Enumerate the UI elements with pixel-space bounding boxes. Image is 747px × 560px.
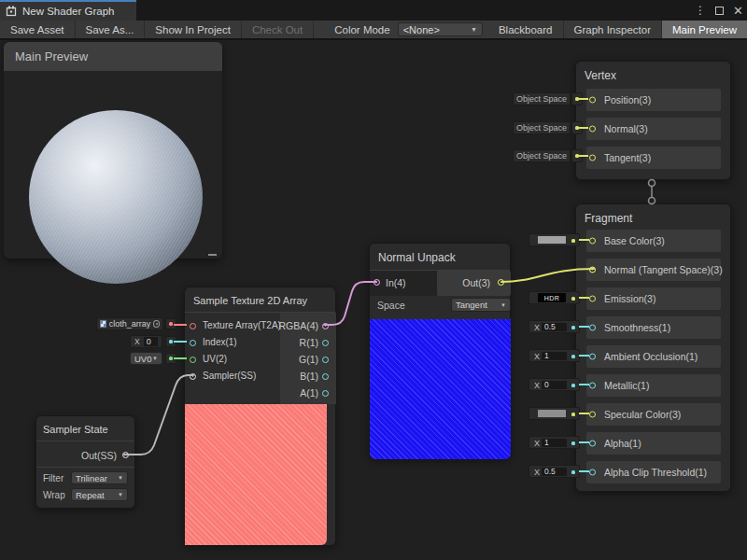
float-input[interactable]: 0 <box>144 337 158 346</box>
color-swatch[interactable] <box>538 236 566 244</box>
chevron-down-icon: ▼ <box>118 475 123 481</box>
uv-channel-dropdown[interactable]: UV0 ▼ <box>130 352 162 365</box>
float-input[interactable]: 1 <box>542 352 567 360</box>
texture-array-asset-field[interactable]: cloth_array <box>96 317 163 330</box>
hdr-color-swatch[interactable]: HDR <box>538 293 566 302</box>
port-uv[interactable] <box>190 357 196 363</box>
alpha-clip-threshold-default-widget[interactable]: X 0.5 <box>529 465 580 478</box>
port-a[interactable] <box>322 390 329 397</box>
show-in-project-button[interactable]: Show In Project <box>145 21 242 38</box>
base-color-default-widget[interactable] <box>529 233 580 246</box>
connector-dot <box>575 154 579 158</box>
port-g[interactable] <box>322 357 329 363</box>
node-preview-texture <box>185 404 327 545</box>
slot-metallic: Metallic(1) <box>586 374 721 397</box>
shader-graph-icon <box>6 6 17 17</box>
shader-graph-window: New Shader Graph ⋮ ✕ Save Asset Save As.… <box>0 0 747 560</box>
port-normal-tangent-space[interactable] <box>589 267 596 273</box>
port-out[interactable] <box>498 279 504 286</box>
node-normal-unpack[interactable]: Normal Unpack In(4) Out(3) Space Tangent… <box>369 243 511 459</box>
main-preview-header[interactable]: Main Preview <box>4 42 222 71</box>
node-fragment[interactable]: Fragment Base Color(3) Normal (Tangent S… <box>575 203 731 492</box>
connector-dot <box>575 97 579 101</box>
port-specular-color[interactable] <box>589 412 596 418</box>
alpha-default-widget[interactable]: X 1 <box>529 436 580 449</box>
port-position-input[interactable] <box>589 97 596 104</box>
connector-dot <box>571 326 575 329</box>
document-tab[interactable]: New Shader Graph <box>0 0 136 21</box>
port-alpha[interactable] <box>589 441 596 447</box>
node-sample-texture-2d-array[interactable]: Sample Texture 2D Array Texture Array(T2… <box>184 287 336 546</box>
port-b[interactable] <box>322 373 329 380</box>
float-input[interactable]: 0.5 <box>542 323 567 331</box>
save-asset-button[interactable]: Save Asset <box>0 21 76 38</box>
connector-dot <box>169 322 173 326</box>
ambient-occlusion-default-widget[interactable]: X 1 <box>529 349 580 362</box>
port-alpha-clip-threshold[interactable] <box>589 469 596 476</box>
filter-dropdown[interactable]: Trilinear ▼ <box>71 471 128 484</box>
port-emission[interactable] <box>589 296 596 302</box>
port-rgba[interactable] <box>322 323 329 329</box>
texture-thumbnail-icon <box>100 320 106 328</box>
port-normal-input[interactable] <box>589 126 596 133</box>
input-label-index: Index(1) <box>203 337 237 347</box>
space-dropdown[interactable]: Tangent ▼ <box>451 298 511 312</box>
smoothness-default-widget[interactable]: X 0.5 <box>529 320 580 333</box>
port-smoothness[interactable] <box>589 325 596 331</box>
maximize-icon[interactable] <box>715 7 724 15</box>
port-tangent-input[interactable] <box>589 155 596 161</box>
kebab-menu-icon[interactable]: ⋮ <box>695 5 706 16</box>
float-input[interactable]: 0.5 <box>542 468 567 476</box>
port-ambient-occlusion[interactable] <box>589 354 596 360</box>
port-out-ss[interactable] <box>122 452 129 458</box>
node-title: Normal Unpack <box>378 251 456 264</box>
emission-default-widget[interactable]: HDR <box>529 291 580 304</box>
slot-ambient-occlusion: Ambient Occlusion(1) <box>586 345 721 368</box>
connector-dot <box>169 340 173 343</box>
binding-connector <box>571 92 583 105</box>
main-preview-panel[interactable]: Main Preview <box>4 42 222 259</box>
color-mode-value: <None> <box>403 24 440 35</box>
blackboard-toggle-button[interactable]: Blackboard <box>488 21 564 38</box>
wrap-label: Wrap <box>43 490 65 500</box>
node-sampler-state[interactable]: Sampler State Out(SS) Filter Trilinear ▼… <box>35 415 135 509</box>
index-float-field[interactable]: X 0 <box>130 335 162 348</box>
color-mode-dropdown[interactable]: <None> ▼ <box>398 22 483 36</box>
port-texture-array[interactable] <box>190 323 196 329</box>
slot-tangent: Tangent(3) <box>586 147 721 169</box>
metallic-default-widget[interactable]: X 0 <box>529 378 580 391</box>
graph-inspector-toggle-button[interactable]: Graph Inspector <box>564 21 662 38</box>
object-picker-icon[interactable] <box>153 320 160 328</box>
out-ss-label: Out(SS) <box>81 450 117 461</box>
port-index[interactable] <box>190 340 196 346</box>
port-base-color[interactable] <box>589 238 596 245</box>
out-label: Out(3) <box>462 277 490 288</box>
save-as-button[interactable]: Save As... <box>76 21 146 38</box>
shader-preview-sphere <box>29 110 203 284</box>
node-vertex-title: Vertex <box>585 69 616 82</box>
connector-dot <box>575 126 579 130</box>
resize-grip[interactable] <box>208 254 217 256</box>
color-swatch[interactable] <box>538 410 566 417</box>
node-vertex[interactable]: Vertex Position(3) Normal(3) Tangent(3) <box>575 61 731 180</box>
float-input[interactable]: 0 <box>542 381 567 389</box>
port-in[interactable] <box>374 279 380 286</box>
slot-position: Position(3) <box>586 89 721 111</box>
input-label-sampler: Sampler(SS) <box>203 371 256 381</box>
binding-object-space-position: Object Space <box>513 92 571 105</box>
chevron-down-icon: ▼ <box>500 302 506 308</box>
port-sampler[interactable] <box>190 373 196 380</box>
float-input[interactable]: 1 <box>542 439 567 447</box>
wrap-dropdown[interactable]: Repeat ▼ <box>71 488 128 501</box>
connector-box <box>165 353 176 364</box>
port-metallic[interactable] <box>589 383 596 389</box>
port-r[interactable] <box>322 340 329 346</box>
connector-dot <box>571 470 575 474</box>
close-icon[interactable]: ✕ <box>733 5 743 17</box>
title-bar: New Shader Graph ⋮ ✕ <box>0 0 747 21</box>
in-label: In(4) <box>386 277 406 288</box>
specular-color-default-widget[interactable] <box>529 407 580 420</box>
main-preview-toggle-button[interactable]: Main Preview <box>662 21 747 38</box>
slot-alpha: Alpha(1) <box>586 432 721 455</box>
output-label-r: R(1) <box>300 337 318 348</box>
